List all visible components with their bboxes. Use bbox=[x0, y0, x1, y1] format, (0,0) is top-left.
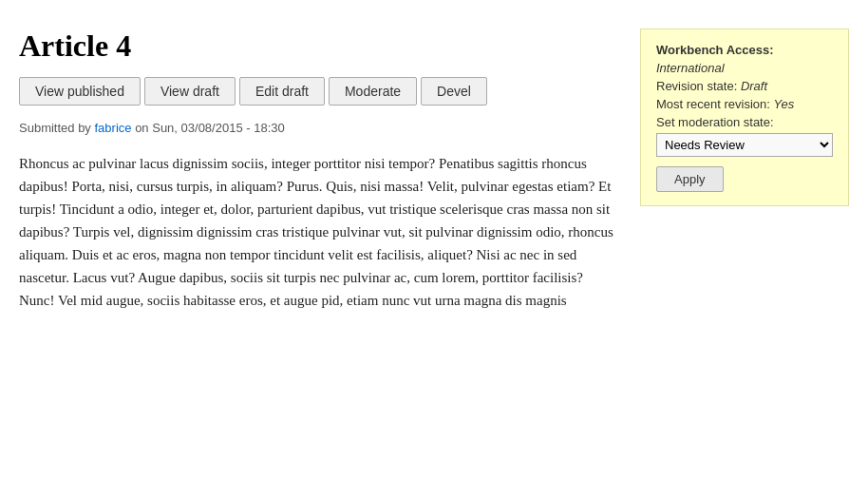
tab-view-draft[interactable]: View draft bbox=[144, 77, 236, 106]
moderation-label: Set moderation state: bbox=[656, 115, 833, 129]
workbench-title: Workbench Access: bbox=[656, 43, 833, 57]
moderation-select[interactable]: Needs Review Published Draft Rejected bbox=[656, 133, 833, 157]
submitted-prefix: Submitted by bbox=[19, 121, 95, 135]
moderation-select-row: Needs Review Published Draft Rejected bbox=[656, 133, 833, 157]
tab-edit-draft[interactable]: Edit draft bbox=[239, 77, 325, 106]
workbench-box: Workbench Access: International Revision… bbox=[640, 29, 849, 206]
article-body: Rhoncus ac pulvinar lacus dignissim soci… bbox=[19, 152, 617, 312]
tab-devel[interactable]: Devel bbox=[421, 77, 487, 106]
most-recent-label: Most recent revision: bbox=[656, 97, 770, 111]
most-recent-value: Yes bbox=[774, 97, 795, 111]
apply-button[interactable]: Apply bbox=[656, 166, 724, 192]
author-link[interactable]: fabrice bbox=[95, 121, 132, 135]
submitted-line: Submitted by fabrice on Sun, 03/08/2015 … bbox=[19, 121, 617, 135]
most-recent-line: Most recent revision: Yes bbox=[656, 97, 833, 111]
main-content: Article 4 View published View draft Edit… bbox=[19, 29, 617, 312]
submitted-suffix: on Sun, 03/08/2015 - 18:30 bbox=[132, 121, 285, 135]
sidebar: Workbench Access: International Revision… bbox=[640, 29, 849, 206]
workbench-value: International bbox=[656, 61, 833, 75]
tab-moderate[interactable]: Moderate bbox=[329, 77, 417, 106]
revision-state-label: Revision state: bbox=[656, 79, 737, 93]
tab-view-published[interactable]: View published bbox=[19, 77, 141, 106]
action-tabs: View published View draft Edit draft Mod… bbox=[19, 77, 617, 106]
article-title: Article 4 bbox=[19, 29, 617, 64]
revision-state-value: Draft bbox=[741, 79, 767, 93]
revision-state-line: Revision state: Draft bbox=[656, 79, 833, 93]
